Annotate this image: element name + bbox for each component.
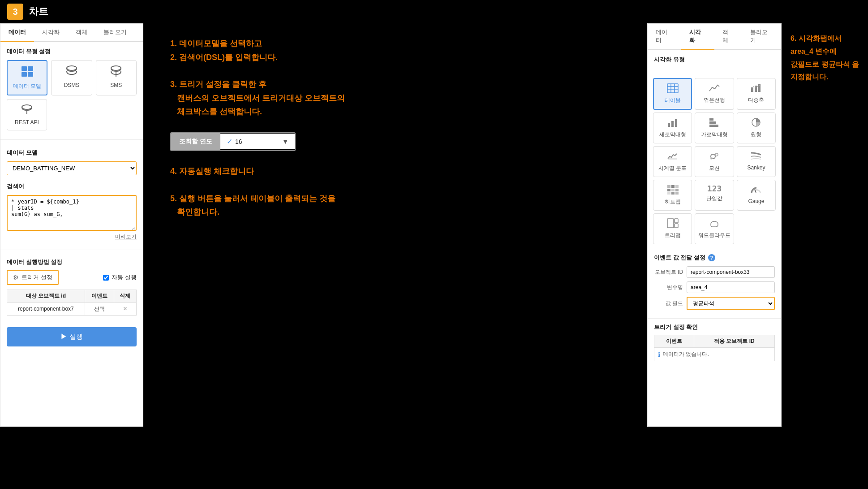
- heatmap-icon: [667, 185, 679, 196]
- data-type-sms-btn[interactable]: SMS: [96, 60, 137, 95]
- tab-object-left[interactable]: 객체: [68, 24, 95, 42]
- data-model-select[interactable]: DEMO_BATTING_NEW: [7, 161, 137, 175]
- svg-rect-21: [709, 121, 716, 124]
- combo-value-box[interactable]: ✓ 16 ▼: [220, 134, 295, 149]
- tab-viz-right[interactable]: 시각화: [681, 24, 715, 50]
- svg-rect-29: [671, 185, 675, 188]
- trigger-confirm-section: 트리거 설정 확인 이벤트 적용 오브젝트 ID ℹ 데이터가 없습니다.: [648, 318, 781, 366]
- viz-type-grid: 테이블 꺾은선형 다중: [648, 74, 781, 249]
- svg-point-26: [715, 153, 718, 156]
- confirm-table: 이벤트 적용 오브젝트 ID ℹ 데이터가 없습니다.: [654, 335, 775, 361]
- viz-timeseries-label: 시계열 분포: [658, 164, 687, 172]
- no-data-text: 데이터가 없습니다.: [663, 351, 709, 358]
- event-section-label: 이벤트 값 전달 설정: [654, 254, 705, 262]
- viz-bar-v-btn[interactable]: 세로막대형: [653, 113, 692, 143]
- no-data-msg: ℹ 데이터가 없습니다.: [658, 351, 771, 358]
- viz-table-btn[interactable]: 테이블: [653, 78, 692, 110]
- viz-gauge-btn[interactable]: Gauge: [737, 180, 776, 211]
- auto-exec-check: 자동 실행: [103, 273, 137, 281]
- no-data-info-icon: ℹ: [658, 351, 660, 358]
- viz-table-label: 테이블: [665, 97, 681, 104]
- viz-gauge-label: Gauge: [748, 198, 764, 204]
- object-id-row: 오브젝트 ID: [654, 266, 775, 278]
- viz-pie-btn[interactable]: 원형: [737, 113, 776, 143]
- left-panel: 데이터 시각화 객체 블러오기 데이터 유형 설정: [0, 23, 143, 427]
- viz-sankey-btn[interactable]: Sankey: [737, 146, 776, 177]
- run-btn[interactable]: ▶ 실행: [7, 327, 137, 346]
- viz-treemap-btn[interactable]: 트리맵: [653, 213, 692, 244]
- treemap-icon: [667, 218, 679, 229]
- svg-rect-19: [675, 119, 677, 127]
- sankey-icon: [750, 151, 762, 162]
- step-badge: 3: [7, 4, 23, 20]
- viz-bar-h-label: 가로막대형: [701, 131, 728, 138]
- page-title: 차트: [29, 5, 48, 18]
- search-textarea[interactable]: * yearID = ${combo_1} | stats sum(G) as …: [7, 195, 137, 231]
- preview-link[interactable]: 미리보기: [7, 233, 137, 241]
- svg-rect-3: [28, 72, 33, 77]
- viz-motion-btn[interactable]: 모션: [695, 146, 734, 177]
- viz-bar-h-btn[interactable]: 가로막대형: [695, 113, 734, 143]
- viz-multiaxis-btn[interactable]: 다중축: [737, 78, 776, 110]
- var-name-input[interactable]: [687, 281, 775, 293]
- data-model-select-wrap: DEMO_BATTING_NEW: [7, 161, 137, 175]
- svg-rect-1: [28, 66, 33, 71]
- confirm-col-object-id: 적용 오브젝트 ID: [694, 335, 774, 348]
- col-object-id: 대상 오브젝트 id: [7, 290, 85, 303]
- tab-object-right[interactable]: 객체: [714, 24, 742, 50]
- data-type-model-btn[interactable]: 데이터 모델: [7, 60, 47, 95]
- tab-data-left[interactable]: 데이터: [0, 24, 34, 42]
- var-name-label: 변수명: [654, 284, 683, 291]
- event-section: 이벤트 값 전달 설정 ? 오브젝트 ID 변수명 값 필드 평균타석: [648, 249, 781, 318]
- viz-treemap-label: 트리맵: [665, 232, 681, 239]
- auto-exec-label: 자동 실행: [112, 273, 137, 281]
- tab-data-right[interactable]: 데이터: [648, 24, 681, 50]
- right-panel: 데이터 시각화 객체 블러오기 시각화 유형: [647, 23, 782, 427]
- svg-rect-24: [668, 158, 677, 160]
- value-field-select[interactable]: 평균타석: [687, 297, 775, 310]
- tab-plugin-right[interactable]: 블러오기: [742, 24, 781, 50]
- instruction-step3: 3. 트리거 설정을 클릭한 후 캔버스의 오브젝트에서 트리거대상 오브젝트의…: [170, 78, 620, 119]
- exec-section-label: 데이터 실행방법 설정: [7, 258, 137, 266]
- data-type-grid: 데이터 모델 DSMS: [7, 60, 137, 95]
- svg-rect-40: [675, 224, 678, 228]
- data-type-dsms-btn[interactable]: DSMS: [51, 60, 92, 95]
- tab-viz-left[interactable]: 시각화: [34, 24, 68, 42]
- combo-label: 조회할 연도: [171, 133, 220, 150]
- search-section: 검색어 * yearID = ${combo_1} | stats sum(G)…: [0, 181, 143, 246]
- motion-icon: [709, 151, 720, 162]
- pie-icon: [750, 117, 762, 129]
- viz-type-section: 시각화 유형: [648, 50, 781, 74]
- viz-single-val-btn[interactable]: 123 단일값: [695, 180, 734, 211]
- viz-bar-v-label: 세로막대형: [659, 131, 686, 138]
- viz-line-btn[interactable]: 꺾은선형: [695, 78, 734, 110]
- tab-plugin-left[interactable]: 블러오기: [95, 24, 135, 42]
- trigger-btn[interactable]: ⚙ 트리거 설정: [7, 270, 59, 285]
- viz-motion-label: 모션: [709, 164, 720, 172]
- svg-rect-20: [709, 118, 713, 121]
- data-type-rest-btn[interactable]: REST API: [7, 99, 47, 130]
- instruction-step5: 5. 실행 버튼을 눌러서 테이블이 출력되는 것을 확인합니다.: [170, 192, 620, 219]
- object-id-input[interactable]: [687, 266, 775, 278]
- far-right-note: 6. 시각화탭에서 area_4 변수에 값필드로 평균타석 을 지정합니다.: [782, 23, 868, 93]
- svg-rect-39: [675, 219, 678, 223]
- checkmark-icon: ✓: [227, 137, 232, 146]
- auto-exec-checkbox[interactable]: [103, 275, 109, 281]
- svg-rect-36: [675, 192, 679, 195]
- middle-content: 1. 데이터모델을 선택하고 2. 검색어(DSL)를 입력합니다. 3. 트리…: [143, 23, 647, 233]
- combo-value: 16: [235, 138, 242, 145]
- multiaxis-viz-icon: [750, 83, 762, 94]
- line-viz-icon: [709, 83, 720, 94]
- row-delete-btn[interactable]: ×: [123, 305, 127, 313]
- timeseries-icon: [667, 151, 679, 162]
- svg-rect-28: [667, 185, 670, 188]
- viz-line-label: 꺾은선형: [704, 96, 725, 104]
- row-object-id: report-component-box7: [7, 303, 85, 316]
- event-section-title: 이벤트 값 전달 설정 ?: [654, 254, 775, 262]
- value-field-row: 값 필드 평균타석: [654, 297, 775, 310]
- svg-rect-0: [21, 66, 27, 71]
- viz-wordcloud-btn[interactable]: 워드클라우드: [695, 213, 734, 244]
- viz-heatmap-btn[interactable]: 히트맵: [653, 180, 692, 211]
- viz-timeseries-btn[interactable]: 시계열 분포: [653, 146, 692, 177]
- value-field-label: 값 필드: [654, 300, 683, 307]
